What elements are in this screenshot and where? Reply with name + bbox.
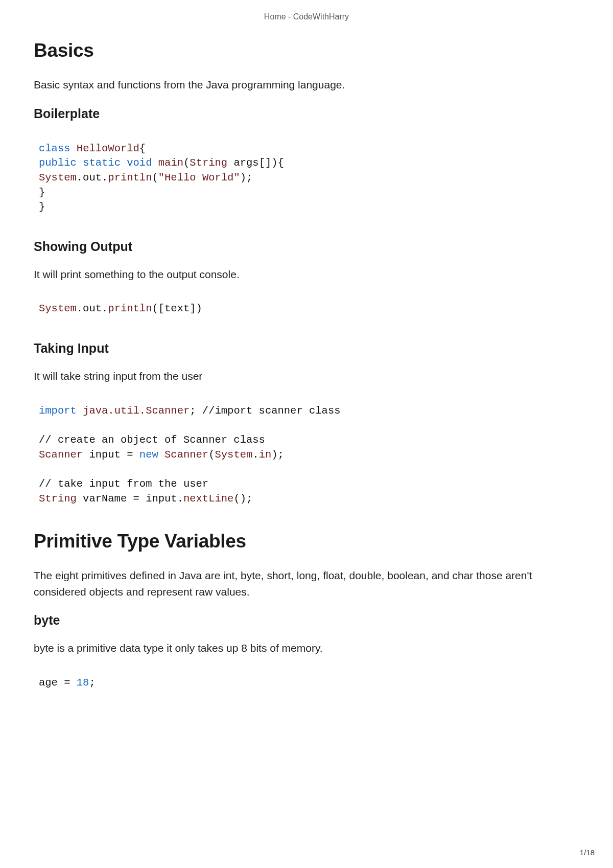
code-token: ( <box>152 172 158 184</box>
code-token: System <box>39 303 77 314</box>
code-token: HelloWorld <box>77 143 139 154</box>
code-token: ; <box>89 677 95 689</box>
code-token: main <box>158 157 183 169</box>
code-showing-output: System.out.println([text]) <box>34 293 579 325</box>
code-token: .out. <box>77 172 108 184</box>
code-token: public <box>39 157 77 169</box>
code-token: ([text]) <box>152 303 202 314</box>
code-token: // take input from the user <box>39 478 208 490</box>
code-token: Scanner <box>39 449 83 461</box>
code-token: System <box>215 449 253 461</box>
code-token: input = <box>83 449 139 461</box>
subheading-showing-output: Showing Output <box>34 239 579 254</box>
code-token: ); <box>271 449 284 461</box>
code-token: { <box>139 143 146 154</box>
code-token: String <box>190 157 227 169</box>
subheading-boilerplate: Boilerplate <box>34 106 579 121</box>
code-token: System <box>39 172 77 184</box>
taking-input-desc: It will take string input from the user <box>34 368 579 384</box>
code-token: args[]){ <box>227 157 284 169</box>
code-token <box>152 157 158 169</box>
page-number: 1/18 <box>580 848 595 857</box>
code-token <box>158 449 164 461</box>
section-heading-basics: Basics <box>34 40 579 61</box>
code-token: java.util.Scanner <box>83 405 190 417</box>
code-token: new <box>139 449 158 461</box>
code-token: in <box>259 449 272 461</box>
primitive-intro: The eight primitives defined in Java are… <box>34 567 579 600</box>
code-token: } <box>39 187 45 198</box>
section-heading-primitive: Primitive Type Variables <box>34 531 579 552</box>
code-token: 18 <box>77 677 89 689</box>
code-token: age = <box>39 677 77 689</box>
code-token: ( <box>208 449 215 461</box>
code-token: varName = input. <box>77 493 183 505</box>
page-title: Home - CodeWithHarry <box>34 12 579 21</box>
code-token: (); <box>233 493 252 505</box>
code-token <box>77 405 83 417</box>
code-boilerplate: class HelloWorld{ public static void mai… <box>34 133 579 223</box>
subheading-byte: byte <box>34 613 579 628</box>
code-token: "Hello World" <box>158 172 240 184</box>
code-token: import <box>39 405 77 417</box>
code-token: println <box>108 303 152 314</box>
code-token: ( <box>183 157 190 169</box>
subheading-taking-input: Taking Input <box>34 341 579 356</box>
code-taking-input: import java.util.Scanner; //import scann… <box>34 396 579 515</box>
code-token: String <box>39 493 77 505</box>
code-token <box>77 157 83 169</box>
code-token: . <box>252 449 258 461</box>
code-token: println <box>108 172 152 184</box>
code-token: void <box>127 157 152 169</box>
byte-desc: byte is a primitive data type it only ta… <box>34 640 579 656</box>
code-token <box>70 143 77 154</box>
code-byte: age = 18; <box>34 668 579 699</box>
code-token: ; //import scanner class <box>190 405 340 417</box>
showing-output-desc: It will print something to the output co… <box>34 266 579 283</box>
code-token: static <box>83 157 121 169</box>
code-token: nextLine <box>183 493 233 505</box>
code-token <box>121 157 127 169</box>
code-token: // create an object of Scanner class <box>39 434 265 446</box>
code-token: .out. <box>77 303 108 314</box>
code-token: class <box>39 143 70 154</box>
code-token: ); <box>240 172 253 184</box>
code-token: } <box>39 201 45 213</box>
basics-intro: Basic syntax and functions from the Java… <box>34 77 579 93</box>
code-token: Scanner <box>164 449 208 461</box>
